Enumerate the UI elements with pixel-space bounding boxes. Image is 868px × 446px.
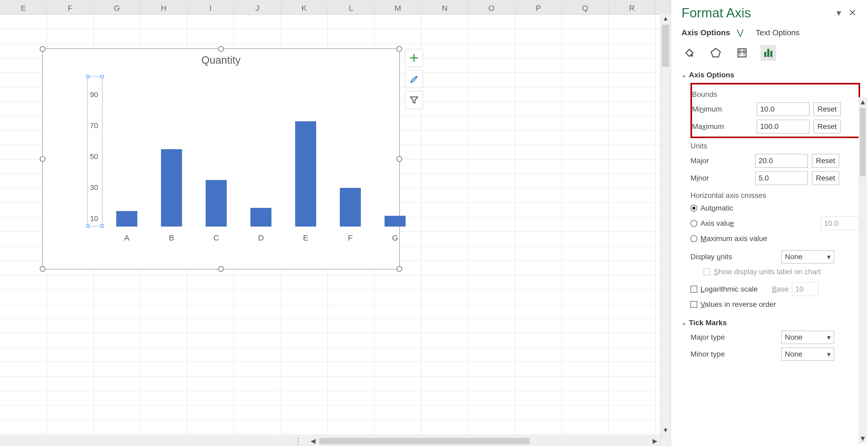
minor-type-label: Minor type: [690, 350, 777, 358]
x-tick-label: G: [392, 233, 398, 242]
chart-object[interactable]: Quantity 1030507090ABCDEFG: [42, 49, 400, 269]
chart-bar[interactable]: [206, 180, 227, 227]
bucket-icon: [683, 47, 695, 59]
chart-bar[interactable]: [250, 208, 272, 227]
scroll-down-icon[interactable]: ▼: [859, 434, 867, 443]
chart-elements-button[interactable]: [405, 49, 423, 67]
format-axis-pane: Format Axis ▾ ✕ Axis Options ⋁ Text Opti…: [671, 0, 868, 446]
effects-tab[interactable]: [708, 45, 723, 61]
text-options-tab[interactable]: Text Options: [756, 28, 800, 37]
display-units-select[interactable]: None▾: [781, 250, 834, 263]
scroll-up-icon[interactable]: ▲: [859, 97, 867, 107]
column-header[interactable]: P: [515, 2, 562, 14]
chart-bar[interactable]: [161, 149, 182, 227]
maximum-input[interactable]: [757, 120, 809, 133]
chart-filters-button[interactable]: [405, 91, 423, 109]
scroll-up-icon[interactable]: ▲: [660, 13, 671, 24]
chart-styles-button[interactable]: [405, 70, 423, 88]
crosses-automatic-radio[interactable]: Automatic: [690, 204, 860, 212]
resize-handle[interactable]: [40, 46, 45, 52]
major-unit-input[interactable]: [755, 154, 808, 168]
crosses-max-radio[interactable]: Maximum axis value: [690, 234, 860, 243]
plus-icon: [409, 53, 419, 63]
column-header[interactable]: G: [94, 2, 141, 14]
column-header[interactable]: I: [187, 2, 234, 14]
chart-bar[interactable]: [116, 211, 137, 227]
chart-title[interactable]: Quantity: [42, 54, 399, 66]
radio-icon: [690, 235, 697, 242]
cells-grid[interactable]: Quantity 1030507090ABCDEFG: [0, 15, 671, 446]
vertical-scrollbar[interactable]: ▲ ▼: [660, 13, 671, 436]
svg-rect-2: [770, 51, 773, 57]
scroll-thumb[interactable]: [662, 25, 669, 67]
column-header[interactable]: J: [234, 2, 281, 14]
svg-rect-0: [764, 52, 767, 57]
column-header[interactable]: F: [47, 2, 94, 14]
logarithmic-scale-check[interactable]: Logarithmic scale Base: [690, 283, 860, 296]
resize-handle[interactable]: [218, 46, 224, 52]
crosses-axis-value-radio[interactable]: Axis value: [690, 216, 860, 230]
column-header[interactable]: M: [375, 2, 422, 14]
column-header[interactable]: K: [281, 2, 328, 14]
major-type-select[interactable]: None▾: [781, 331, 834, 344]
minimum-input[interactable]: [757, 102, 809, 116]
pane-options-dropdown[interactable]: ▾: [833, 7, 845, 19]
size-properties-tab[interactable]: [734, 45, 750, 61]
resize-handle[interactable]: [40, 266, 45, 272]
column-header[interactable]: Q: [562, 2, 609, 14]
sheet-drag-handle-icon[interactable]: ⋮: [0, 436, 308, 446]
scroll-left-icon[interactable]: ◀: [308, 436, 318, 446]
scroll-down-icon[interactable]: ▼: [660, 425, 671, 436]
column-header[interactable]: H: [141, 2, 187, 14]
resize-handle[interactable]: [396, 266, 402, 272]
minor-reset-button[interactable]: Reset: [812, 171, 839, 185]
resize-handle[interactable]: [396, 156, 402, 162]
y-tick-label: 10: [90, 214, 98, 223]
fill-line-tab[interactable]: [682, 45, 697, 61]
resize-handle[interactable]: [218, 266, 224, 272]
minor-type-select[interactable]: None▾: [781, 348, 834, 361]
resize-handle[interactable]: [396, 46, 402, 52]
checkbox-icon: [704, 268, 710, 275]
maximum-reset-button[interactable]: Reset: [813, 120, 841, 133]
bounds-highlight: Bounds Minimum Reset Maximum Reset: [690, 83, 860, 138]
y-tick-label: 50: [90, 152, 98, 161]
minimum-reset-button[interactable]: Reset: [813, 102, 841, 116]
chart-plot-area[interactable]: 1030507090ABCDEFG: [51, 71, 392, 234]
chart-bar[interactable]: [295, 121, 316, 227]
scroll-thumb[interactable]: [860, 108, 866, 176]
scroll-thumb[interactable]: [319, 438, 530, 444]
horizontal-scrollbar[interactable]: ⋮ ◀ ▶: [0, 436, 660, 446]
pane-scrollbar[interactable]: ▲ ▼: [859, 97, 867, 443]
checkbox-icon: [690, 301, 697, 308]
values-reverse-check[interactable]: Values in reverse order: [690, 300, 860, 309]
axis-options-tab[interactable]: Axis Options: [682, 28, 730, 37]
x-tick-label: F: [348, 233, 353, 242]
pane-title: Format Axis: [682, 5, 751, 21]
app-root: EFGHIJKLMNOPQR Quantity: [0, 0, 868, 446]
scroll-right-icon[interactable]: ▶: [650, 436, 660, 446]
chevron-down-icon: ⌄: [682, 319, 687, 327]
column-header[interactable]: O: [468, 2, 515, 14]
filter-icon: [409, 95, 419, 105]
major-reset-button[interactable]: Reset: [812, 154, 839, 168]
tick-marks-section-header[interactable]: ⌄ Tick Marks: [682, 319, 860, 327]
chevron-down-icon[interactable]: ⋁: [737, 28, 744, 37]
column-header[interactable]: N: [422, 2, 468, 14]
axis-options-section-header[interactable]: ⌄ Axis Options: [682, 71, 860, 79]
log-base-input: [792, 283, 818, 296]
chart-bar[interactable]: [384, 216, 406, 227]
chevron-down-icon: ⌄: [682, 71, 687, 79]
resize-handle[interactable]: [40, 156, 45, 162]
axis-options-tab-icon[interactable]: [761, 45, 776, 61]
y-tick-label: 30: [90, 183, 98, 192]
minor-unit-input[interactable]: [755, 171, 808, 185]
chart-bar[interactable]: [340, 188, 361, 227]
pane-icon-tabs: [682, 45, 860, 61]
column-header[interactable]: E: [0, 2, 47, 14]
bounds-label: Bounds: [692, 90, 858, 99]
column-header[interactable]: L: [328, 2, 375, 14]
pane-close-button[interactable]: ✕: [845, 7, 860, 19]
column-header[interactable]: R: [609, 2, 655, 14]
y-tick-label: 90: [90, 91, 98, 99]
